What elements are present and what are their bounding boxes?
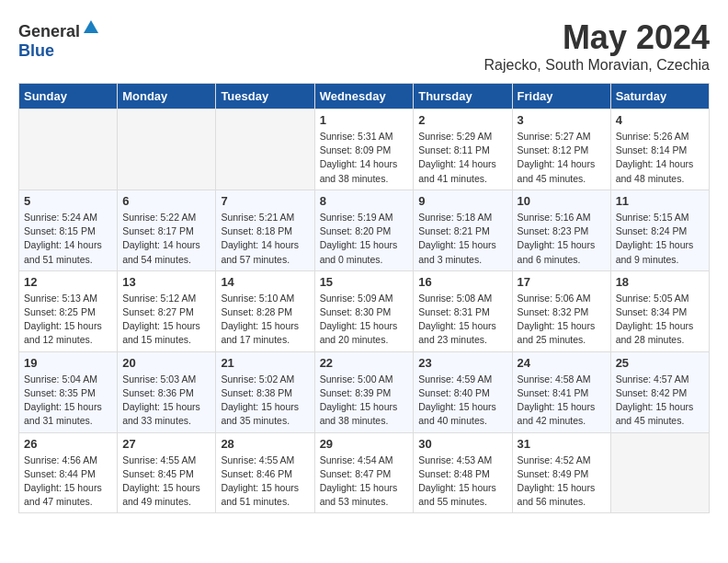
calendar-week-1: 1Sunrise: 5:31 AM Sunset: 8:09 PM Daylig…	[19, 109, 710, 190]
day-number: 27	[122, 437, 210, 451]
calendar-cell: 24Sunrise: 4:58 AM Sunset: 8:41 PM Dayli…	[512, 351, 610, 432]
weekday-header-sunday: Sunday	[19, 84, 118, 109]
day-info: Sunrise: 4:59 AM Sunset: 8:40 PM Dayligh…	[418, 373, 506, 429]
logo-icon	[82, 18, 100, 37]
calendar-cell: 19Sunrise: 5:04 AM Sunset: 8:35 PM Dayli…	[19, 351, 118, 432]
day-info: Sunrise: 5:21 AM Sunset: 8:18 PM Dayligh…	[221, 211, 309, 267]
day-number: 20	[122, 356, 210, 370]
calendar-cell: 20Sunrise: 5:03 AM Sunset: 8:36 PM Dayli…	[118, 351, 216, 432]
calendar-cell: 1Sunrise: 5:31 AM Sunset: 8:09 PM Daylig…	[314, 109, 414, 190]
weekday-header-monday: Monday	[118, 84, 216, 109]
day-info: Sunrise: 5:05 AM Sunset: 8:34 PM Dayligh…	[616, 292, 704, 348]
day-number: 29	[320, 437, 409, 451]
day-number: 30	[418, 437, 506, 451]
day-number: 19	[24, 356, 112, 370]
calendar-cell: 9Sunrise: 5:18 AM Sunset: 8:21 PM Daylig…	[414, 190, 512, 270]
calendar-cell: 21Sunrise: 5:02 AM Sunset: 8:38 PM Dayli…	[216, 351, 314, 432]
day-info: Sunrise: 5:26 AM Sunset: 8:14 PM Dayligh…	[616, 130, 704, 186]
day-number: 8	[320, 194, 409, 208]
day-number: 5	[24, 194, 112, 208]
day-info: Sunrise: 5:16 AM Sunset: 8:23 PM Dayligh…	[518, 211, 606, 267]
calendar-week-4: 19Sunrise: 5:04 AM Sunset: 8:35 PM Dayli…	[19, 351, 710, 432]
day-number: 2	[418, 113, 506, 127]
day-info: Sunrise: 5:09 AM Sunset: 8:30 PM Dayligh…	[320, 292, 409, 348]
day-info: Sunrise: 5:22 AM Sunset: 8:17 PM Dayligh…	[122, 211, 210, 267]
weekday-header-row: SundayMondayTuesdayWednesdayThursdayFrid…	[19, 84, 710, 109]
weekday-header-tuesday: Tuesday	[216, 84, 314, 109]
day-number: 6	[122, 194, 210, 208]
day-number: 26	[24, 437, 112, 451]
day-number: 10	[518, 194, 606, 208]
title-block: May 2024 Rajecko, South Moravian, Czechi…	[484, 18, 710, 74]
calendar-cell: 3Sunrise: 5:27 AM Sunset: 8:12 PM Daylig…	[512, 109, 610, 190]
calendar-cell: 25Sunrise: 4:57 AM Sunset: 8:42 PM Dayli…	[610, 351, 709, 432]
day-number: 12	[24, 275, 112, 289]
day-info: Sunrise: 4:56 AM Sunset: 8:44 PM Dayligh…	[24, 454, 112, 510]
calendar-cell: 15Sunrise: 5:09 AM Sunset: 8:30 PM Dayli…	[314, 270, 414, 351]
calendar-cell: 27Sunrise: 4:55 AM Sunset: 8:45 PM Dayli…	[118, 432, 216, 513]
calendar-cell: 11Sunrise: 5:15 AM Sunset: 8:24 PM Dayli…	[610, 190, 709, 270]
day-number: 23	[418, 356, 506, 370]
calendar-cell	[118, 109, 216, 190]
day-info: Sunrise: 5:18 AM Sunset: 8:21 PM Dayligh…	[418, 211, 506, 267]
calendar-cell: 13Sunrise: 5:12 AM Sunset: 8:27 PM Dayli…	[118, 270, 216, 351]
weekday-header-saturday: Saturday	[610, 84, 709, 109]
calendar-cell: 29Sunrise: 4:54 AM Sunset: 8:47 PM Dayli…	[314, 432, 414, 513]
calendar-cell	[610, 432, 709, 513]
day-number: 11	[616, 194, 704, 208]
logo: General Blue	[18, 18, 100, 61]
logo-general-text: General	[18, 22, 80, 40]
day-number: 1	[320, 113, 409, 127]
day-number: 24	[518, 356, 606, 370]
month-title: May 2024	[484, 18, 710, 57]
calendar-cell	[216, 109, 314, 190]
calendar-cell: 28Sunrise: 4:55 AM Sunset: 8:46 PM Dayli…	[216, 432, 314, 513]
day-info: Sunrise: 5:04 AM Sunset: 8:35 PM Dayligh…	[24, 373, 112, 429]
calendar-cell: 12Sunrise: 5:13 AM Sunset: 8:25 PM Dayli…	[19, 270, 118, 351]
day-number: 9	[418, 194, 506, 208]
calendar-cell: 7Sunrise: 5:21 AM Sunset: 8:18 PM Daylig…	[216, 190, 314, 270]
day-info: Sunrise: 5:02 AM Sunset: 8:38 PM Dayligh…	[221, 373, 309, 429]
calendar-cell: 2Sunrise: 5:29 AM Sunset: 8:11 PM Daylig…	[414, 109, 512, 190]
calendar-cell: 10Sunrise: 5:16 AM Sunset: 8:23 PM Dayli…	[512, 190, 610, 270]
day-info: Sunrise: 4:55 AM Sunset: 8:45 PM Dayligh…	[122, 454, 210, 510]
calendar-week-5: 26Sunrise: 4:56 AM Sunset: 8:44 PM Dayli…	[19, 432, 710, 513]
weekday-header-thursday: Thursday	[414, 84, 512, 109]
day-info: Sunrise: 4:55 AM Sunset: 8:46 PM Dayligh…	[221, 454, 309, 510]
day-number: 31	[518, 437, 606, 451]
logo-blue-text: Blue	[18, 41, 54, 60]
calendar-cell: 8Sunrise: 5:19 AM Sunset: 8:20 PM Daylig…	[314, 190, 414, 270]
location-title: Rajecko, South Moravian, Czechia	[484, 57, 710, 74]
day-info: Sunrise: 4:54 AM Sunset: 8:47 PM Dayligh…	[320, 454, 409, 510]
day-number: 25	[616, 356, 704, 370]
calendar-cell: 16Sunrise: 5:08 AM Sunset: 8:31 PM Dayli…	[414, 270, 512, 351]
calendar-cell: 18Sunrise: 5:05 AM Sunset: 8:34 PM Dayli…	[610, 270, 709, 351]
day-number: 22	[320, 356, 409, 370]
calendar-cell: 14Sunrise: 5:10 AM Sunset: 8:28 PM Dayli…	[216, 270, 314, 351]
day-info: Sunrise: 4:57 AM Sunset: 8:42 PM Dayligh…	[616, 373, 704, 429]
page-header: General Blue May 2024 Rajecko, South Mor…	[18, 18, 710, 74]
day-number: 28	[221, 437, 309, 451]
day-info: Sunrise: 5:29 AM Sunset: 8:11 PM Dayligh…	[418, 130, 506, 186]
day-number: 4	[616, 113, 704, 127]
day-info: Sunrise: 5:19 AM Sunset: 8:20 PM Dayligh…	[320, 211, 409, 267]
day-info: Sunrise: 5:10 AM Sunset: 8:28 PM Dayligh…	[221, 292, 309, 348]
calendar-cell: 17Sunrise: 5:06 AM Sunset: 8:32 PM Dayli…	[512, 270, 610, 351]
day-number: 14	[221, 275, 309, 289]
day-number: 17	[518, 275, 606, 289]
calendar-cell: 23Sunrise: 4:59 AM Sunset: 8:40 PM Dayli…	[414, 351, 512, 432]
svg-marker-0	[84, 20, 98, 33]
calendar-cell: 22Sunrise: 5:00 AM Sunset: 8:39 PM Dayli…	[314, 351, 414, 432]
calendar-body: 1Sunrise: 5:31 AM Sunset: 8:09 PM Daylig…	[19, 109, 710, 513]
day-info: Sunrise: 5:06 AM Sunset: 8:32 PM Dayligh…	[518, 292, 606, 348]
day-number: 21	[221, 356, 309, 370]
calendar-cell: 26Sunrise: 4:56 AM Sunset: 8:44 PM Dayli…	[19, 432, 118, 513]
calendar-cell: 4Sunrise: 5:26 AM Sunset: 8:14 PM Daylig…	[610, 109, 709, 190]
calendar-cell	[19, 109, 118, 190]
calendar-week-2: 5Sunrise: 5:24 AM Sunset: 8:15 PM Daylig…	[19, 190, 710, 270]
day-info: Sunrise: 5:27 AM Sunset: 8:12 PM Dayligh…	[518, 130, 606, 186]
day-info: Sunrise: 5:31 AM Sunset: 8:09 PM Dayligh…	[320, 130, 409, 186]
calendar-table: SundayMondayTuesdayWednesdayThursdayFrid…	[18, 83, 710, 513]
calendar-cell: 31Sunrise: 4:52 AM Sunset: 8:49 PM Dayli…	[512, 432, 610, 513]
day-number: 16	[418, 275, 506, 289]
